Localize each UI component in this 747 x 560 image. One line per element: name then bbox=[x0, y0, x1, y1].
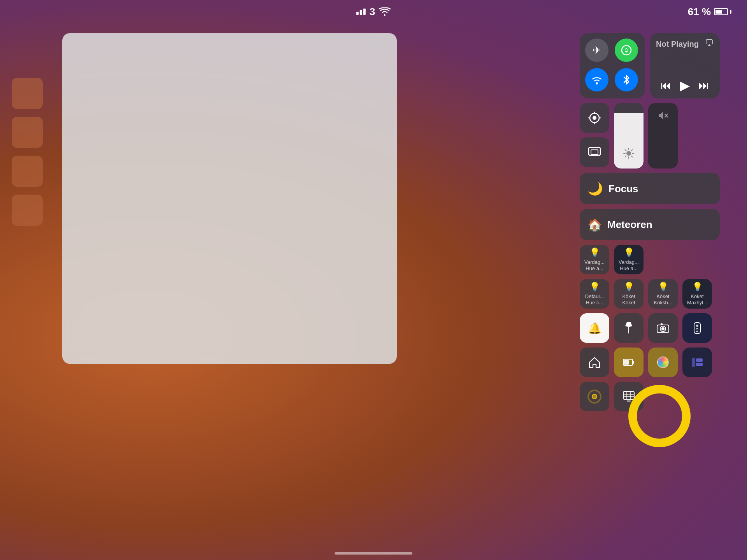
play-button[interactable]: ▶ bbox=[680, 77, 690, 93]
bell-icon: 🔔 bbox=[588, 322, 601, 335]
now-playing-controls: ⏮ ▶ ⏭ bbox=[656, 77, 714, 93]
koket-maxhyl-icon: 💡 bbox=[692, 282, 703, 292]
meteoren-block[interactable]: 🏠 Meteoren bbox=[580, 209, 720, 240]
koket-koksb-label: KöketKöksb... bbox=[654, 293, 672, 305]
signal-bar-1 bbox=[356, 12, 359, 15]
brightness-slider[interactable] bbox=[614, 103, 644, 169]
airplane-mode-button[interactable]: ✈ bbox=[585, 39, 608, 62]
airplay-svg bbox=[705, 39, 714, 47]
wifi-button[interactable] bbox=[585, 68, 608, 91]
svg-rect-7 bbox=[591, 150, 598, 154]
svg-rect-34 bbox=[623, 391, 634, 399]
svg-rect-32 bbox=[696, 358, 703, 362]
hue-vardag-2[interactable]: 💡 Vardag...Hue a... bbox=[614, 245, 644, 274]
svg-line-13 bbox=[625, 150, 626, 151]
battery-mode-icon bbox=[623, 358, 635, 366]
fast-forward-button[interactable]: ⏭ bbox=[698, 79, 709, 92]
sidebar-panel bbox=[12, 78, 47, 226]
sidebar-item-3 bbox=[12, 156, 43, 187]
meteoren-label: Meteoren bbox=[607, 219, 652, 231]
light-buttons-row: 💡 Defaul...Hue c... 💡 KöketKöket 💡 Köket… bbox=[580, 279, 720, 309]
hue-default[interactable]: 💡 Defaul...Hue c... bbox=[580, 279, 609, 309]
home-button[interactable] bbox=[580, 348, 609, 377]
brightness-svg bbox=[623, 148, 634, 159]
focus-block[interactable]: 🌙 Focus bbox=[580, 173, 720, 204]
connectivity-block[interactable]: ✈ bbox=[580, 33, 645, 98]
bell-button[interactable]: 🔔 bbox=[580, 313, 609, 343]
svg-rect-25 bbox=[696, 328, 698, 329]
screen-lock-button[interactable] bbox=[580, 103, 609, 133]
control-center: ✈ bbox=[580, 33, 720, 415]
svg-rect-33 bbox=[696, 363, 703, 366]
mute-icon bbox=[657, 110, 669, 121]
home-indicator bbox=[335, 552, 412, 555]
status-bar: 3 61 % bbox=[0, 0, 747, 23]
koket-koket[interactable]: 💡 KöketKöket bbox=[614, 279, 644, 309]
bluetooth-button[interactable] bbox=[615, 68, 638, 91]
volume-slider[interactable] bbox=[648, 103, 678, 169]
hue-label-2: Vardag...Hue a... bbox=[619, 259, 639, 271]
wifi-icon bbox=[591, 75, 603, 85]
svg-point-24 bbox=[696, 325, 698, 327]
radio-icon bbox=[587, 390, 601, 404]
sidebar-item-4 bbox=[12, 195, 43, 226]
screen-mirror-button[interactable] bbox=[580, 137, 609, 167]
now-playing-title: Not Playing bbox=[656, 40, 699, 49]
sidebar-item-1 bbox=[12, 78, 43, 109]
battery-icon bbox=[714, 8, 731, 15]
battery-body bbox=[714, 8, 728, 15]
low-power-button[interactable] bbox=[614, 348, 644, 377]
signal-number: 3 bbox=[370, 6, 375, 18]
row2 bbox=[580, 103, 720, 169]
svg-point-2 bbox=[625, 49, 628, 51]
stage-manager-button[interactable] bbox=[682, 348, 712, 377]
svg-rect-30 bbox=[633, 361, 634, 364]
flashlight-button[interactable] bbox=[614, 313, 644, 343]
now-playing-block[interactable]: Not Playing ⏮ ▶ ⏭ bbox=[650, 33, 720, 98]
camera-icon bbox=[657, 323, 669, 334]
koket-koksb[interactable]: 💡 KöketKöksb... bbox=[648, 279, 678, 309]
airplay-icon[interactable] bbox=[705, 39, 714, 49]
koket-maxhyl[interactable]: 💡 KöketMaxhyl... bbox=[682, 279, 712, 309]
stage-manager-icon bbox=[691, 357, 703, 368]
color-button[interactable] bbox=[648, 348, 678, 377]
cellular-button[interactable] bbox=[615, 39, 638, 62]
focus-moon-icon: 🌙 bbox=[587, 181, 603, 196]
svg-point-8 bbox=[626, 151, 631, 156]
signal-bars bbox=[356, 9, 366, 15]
svg-rect-29 bbox=[624, 360, 629, 365]
last-row bbox=[580, 382, 720, 411]
svg-rect-22 bbox=[661, 323, 663, 325]
lock-mirror-group bbox=[580, 103, 609, 169]
remote-icon bbox=[693, 322, 701, 334]
svg-line-15 bbox=[631, 150, 633, 151]
svg-rect-26 bbox=[696, 330, 698, 330]
flashlight-icon bbox=[624, 322, 634, 334]
cellular-icon bbox=[621, 45, 632, 56]
radio-button[interactable] bbox=[580, 382, 609, 411]
keypad-button[interactable] bbox=[614, 382, 644, 411]
action-buttons-row: 🔔 bbox=[580, 313, 720, 343]
keypad-icon bbox=[623, 391, 635, 402]
top-row: ✈ bbox=[580, 33, 720, 98]
svg-point-5 bbox=[593, 116, 596, 120]
wifi-status-icon bbox=[379, 7, 391, 16]
hue-bulb-icon-1: 💡 bbox=[589, 248, 600, 258]
bottom-row bbox=[580, 348, 720, 377]
home-icon bbox=[589, 356, 600, 368]
hue-bulb-icon-2: 💡 bbox=[624, 248, 634, 258]
meteoren-icon: 🏠 bbox=[587, 218, 602, 232]
status-bar-right: 61 % bbox=[688, 6, 731, 18]
now-playing-header: Not Playing bbox=[656, 39, 714, 49]
hue-vardag-1[interactable]: 💡 Vardag...Hue a... bbox=[580, 245, 609, 274]
camera-button[interactable] bbox=[648, 313, 678, 343]
remote-button[interactable] bbox=[682, 313, 712, 343]
rewind-button[interactable]: ⏮ bbox=[660, 79, 671, 92]
volume-icon bbox=[657, 110, 669, 124]
hue-row: 💡 Vardag...Hue a... 💡 Vardag...Hue a... bbox=[580, 245, 720, 274]
koket-koksb-icon: 💡 bbox=[658, 282, 668, 292]
koket-koket-icon: 💡 bbox=[624, 282, 634, 292]
color-wheel-icon bbox=[657, 356, 669, 368]
screen-mirror-icon bbox=[588, 147, 601, 158]
battery-fill bbox=[715, 10, 722, 14]
